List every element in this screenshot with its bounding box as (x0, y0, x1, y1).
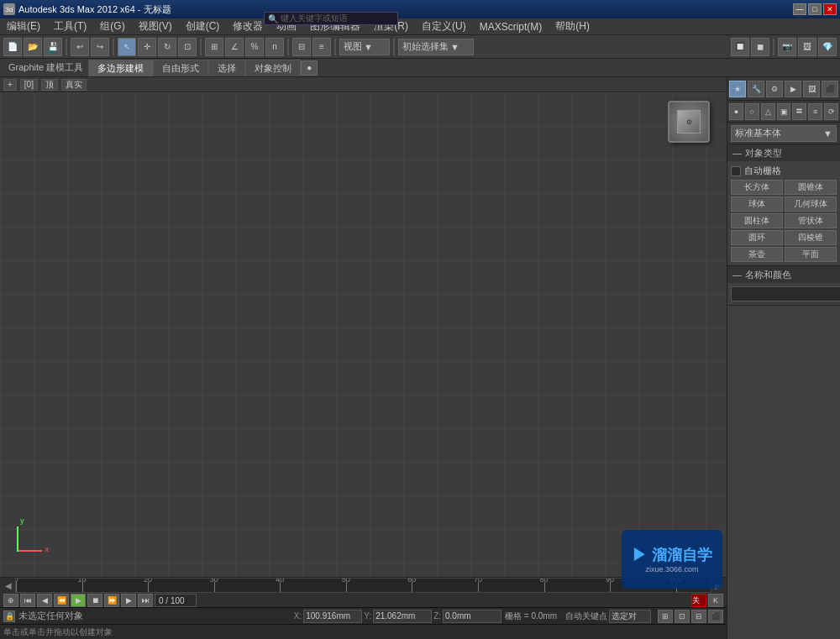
x-coord[interactable]: 100.916mm (303, 610, 362, 623)
geosphere-btn[interactable]: 几何球体 (785, 196, 837, 212)
menu-view[interactable]: 视图(V) (135, 18, 176, 34)
redo-button[interactable]: ↪ (91, 38, 109, 56)
search-bar[interactable]: 🔍 键入关键字或短语 (264, 12, 398, 25)
select-input[interactable]: 选定对 (609, 610, 651, 623)
teapot-btn[interactable]: 茶壶 (731, 247, 783, 262)
material-editor-button[interactable]: 💎 (818, 38, 837, 56)
mirror-button[interactable]: ⊟ (292, 38, 311, 56)
viewcube-box[interactable]: ⊙ (668, 101, 710, 143)
rp-icon-hierarchy[interactable]: ⚙ (766, 81, 783, 97)
grid-value: 栅格 = 0.0mm (505, 610, 557, 622)
viewport-view-btn[interactable]: 顶 (41, 79, 58, 91)
object-name-input[interactable] (731, 286, 840, 301)
anim-next-key[interactable]: ▶ (121, 594, 136, 607)
anim-next-frame[interactable]: ⏭ (138, 594, 153, 607)
menu-modifiers[interactable]: 修改器 (229, 18, 266, 34)
menu-tools[interactable]: 工具(T) (50, 18, 90, 34)
rp-tab-6[interactable]: ≡ (808, 103, 822, 120)
rp-icon-util[interactable]: ⬛ (822, 81, 838, 97)
z-coord[interactable]: 0.0mm (443, 610, 501, 623)
rp-tab-4[interactable]: ▣ (777, 103, 791, 120)
auto-key-button[interactable]: 自动关键点 (691, 594, 706, 607)
rp-tab-7[interactable]: ⟳ (824, 103, 838, 120)
status-btn-2[interactable]: ⊡ (675, 610, 690, 623)
timeline-ruler[interactable]: 0102030405060708090100 (15, 578, 711, 593)
coord-system-dropdown[interactable]: 视图 ▼ (339, 39, 390, 55)
anim-play-back[interactable]: ⏪ (54, 594, 69, 607)
lock-icon[interactable]: 🔒 (3, 610, 15, 622)
viewcube[interactable]: ⊙ (668, 101, 718, 151)
graphite-tab-freeform[interactable]: 自由形式 (153, 60, 208, 76)
timeline-left-arrow[interactable]: ◀ (3, 581, 13, 590)
snap-toggle[interactable]: ⊞ (205, 38, 223, 56)
name-color-header[interactable]: — 名称和颜色 (727, 266, 840, 283)
move-button[interactable]: ✛ (138, 38, 156, 56)
viewport-shading-btn[interactable]: 真实 (61, 79, 87, 91)
torus-btn[interactable]: 圆环 (731, 230, 783, 245)
percent-snap[interactable]: % (245, 38, 264, 56)
maximize-button[interactable]: □ (808, 3, 822, 15)
rotate-button[interactable]: ↻ (158, 38, 176, 56)
viewport-content[interactable]: ⊙ (0, 92, 727, 577)
undo-button[interactable]: ↩ (71, 38, 89, 56)
status-btn-3[interactable]: ⊟ (691, 610, 706, 623)
anim-play-fwd[interactable]: ⏩ (104, 594, 119, 607)
plane-btn[interactable]: 平面 (785, 247, 837, 262)
rp-icon-wrench[interactable]: 🔧 (748, 81, 764, 97)
menu-create[interactable]: 创建(C) (182, 18, 223, 34)
render-setup-button[interactable]: 📷 (778, 38, 796, 56)
status-btn-4[interactable]: ⬛ (708, 610, 723, 623)
minimize-button[interactable]: — (793, 3, 806, 15)
layer-button[interactable]: 🔲 (731, 38, 749, 56)
set-key-button[interactable]: K (708, 594, 723, 607)
y-coord[interactable]: 21.062mm (373, 610, 432, 623)
auto-grid-checkbox[interactable] (731, 166, 741, 176)
viewport-bracket-btn[interactable]: [0] (20, 79, 38, 91)
sphere-btn[interactable]: 球体 (731, 196, 783, 212)
rp-tab-5[interactable]: 〓 (792, 103, 806, 120)
rp-tab-1[interactable]: ● (729, 103, 743, 120)
new-button[interactable]: 📄 (3, 38, 22, 56)
graphite-tab-polygon[interactable]: 多边形建模 (88, 60, 153, 76)
graphite-more-button[interactable]: ● (301, 60, 318, 76)
viewport-plus-btn[interactable]: + (3, 79, 17, 91)
save-button[interactable]: 💾 (44, 38, 62, 56)
render-button[interactable]: 🖼 (798, 38, 816, 56)
anim-stop[interactable]: ⏹ (87, 594, 102, 607)
object-type-header[interactable]: — 对象类型 (727, 144, 840, 161)
cylinder-btn[interactable]: 圆柱体 (731, 213, 783, 228)
graphite-tab-select[interactable]: 选择 (208, 60, 245, 76)
tube-btn[interactable]: 管状体 (785, 213, 837, 228)
frame-display[interactable]: 0 / 100 (155, 594, 197, 607)
close-button[interactable]: ✕ (823, 3, 837, 15)
menu-help[interactable]: 帮助(H) (552, 18, 593, 34)
scale-button[interactable]: ⊡ (178, 38, 197, 56)
menu-customize[interactable]: 自定义(U) (418, 18, 470, 34)
graphite-tab-object[interactable]: 对象控制 (245, 60, 301, 76)
open-button[interactable]: 📂 (24, 38, 42, 56)
y-label: Y: (364, 611, 371, 621)
rp-icon-motion[interactable]: ▶ (785, 81, 801, 97)
rp-tab-3[interactable]: △ (761, 103, 775, 120)
spinner-snap[interactable]: n (265, 38, 284, 56)
anim-prev-key[interactable]: ◀ (37, 594, 52, 607)
rp-tab-2[interactable]: ○ (745, 103, 759, 120)
align-button[interactable]: ≡ (312, 38, 331, 56)
anim-play[interactable]: ▶ (71, 594, 86, 607)
menu-group[interactable]: 组(G) (97, 18, 128, 34)
selection-filter-dropdown[interactable]: 初始选择集 ▼ (398, 39, 474, 55)
status-btn-1[interactable]: ⊞ (658, 610, 673, 623)
angle-snap[interactable]: ∠ (225, 38, 244, 56)
menu-edit[interactable]: 编辑(E) (3, 18, 44, 34)
menu-maxscript[interactable]: MAXScript(M) (476, 20, 546, 34)
cone-btn[interactable]: 圆锥体 (785, 180, 837, 195)
anim-key-btn[interactable]: ⊕ (3, 594, 18, 607)
scene-button[interactable]: ◼ (751, 38, 769, 56)
dropdown-box[interactable]: 标准基本体 ▼ (731, 125, 837, 142)
select-button[interactable]: ↖ (118, 38, 136, 56)
pyramid-btn[interactable]: 四棱锥 (785, 230, 837, 245)
anim-prev-frame[interactable]: ⏮ (20, 594, 35, 607)
rp-icon-star[interactable]: ★ (729, 81, 746, 97)
box-btn[interactable]: 长方体 (731, 180, 783, 195)
rp-icon-display[interactable]: 🖼 (803, 81, 820, 97)
